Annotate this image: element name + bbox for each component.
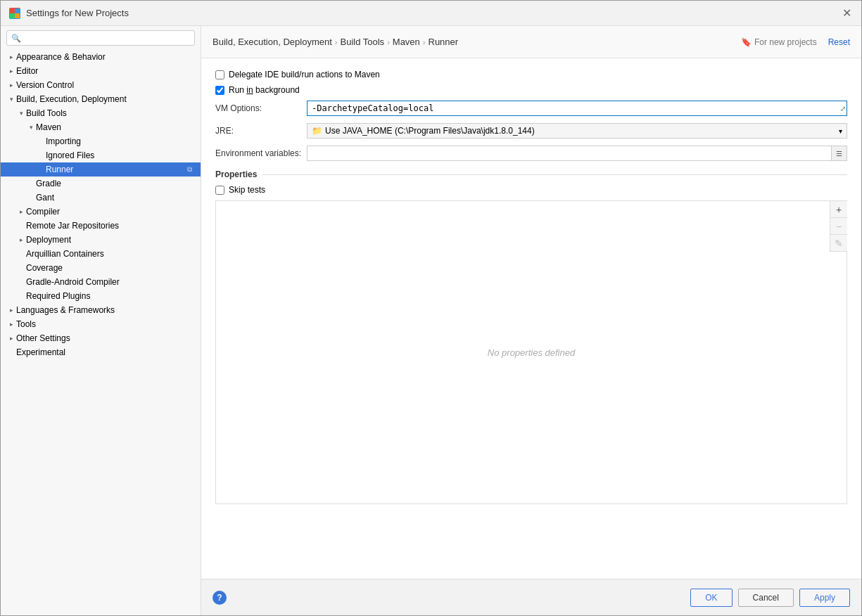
tree-arrow-gant [26,193,36,203]
tree-arrow-languages [6,305,16,315]
sidebar-item-build-execution-deployment[interactable]: Build, Execution, Deployment ⧉ [1,92,201,106]
breadcrumb-part-2: Build Tools [340,37,384,47]
jre-value: Use JAVA_HOME (C:\Program Files\Java\jdk… [325,126,535,136]
delegate-ide-label: Delegate IDE build/run actions to Maven [229,70,380,79]
env-variables-row: Environment variables: ☰ [215,146,847,161]
vm-options-wrapper: ⤢ [307,101,847,116]
close-button[interactable]: ✕ [840,7,853,20]
sidebar-item-gradle[interactable]: Gradle ⧉ [1,177,201,191]
tree-arrow-runner [36,165,46,174]
tree-arrow-remote-jar [16,221,26,231]
tree-arrow-other-settings [6,333,16,343]
sidebar-item-build-tools[interactable]: Build Tools ⧉ [1,106,201,120]
sidebar-item-experimental[interactable]: Experimental ⧉ [1,345,201,359]
section-divider [262,174,847,175]
sidebar-item-editor[interactable]: Editor ⧉ [1,64,201,78]
sidebar-item-gant[interactable]: Gant ⧉ [1,191,201,205]
run-background-row: Run in background [215,85,847,95]
sidebar-item-required-plugins[interactable]: Required Plugins ⧉ [1,289,201,303]
tree-arrow-build-tools [16,108,26,118]
search-icon: 🔍 [11,34,21,43]
add-property-button[interactable]: + [830,201,847,218]
env-variables-field: ☰ [307,146,847,161]
app-icon [9,8,20,19]
skip-tests-row: Skip tests [215,185,847,195]
expand-icon[interactable]: ⤢ [840,105,846,113]
panel-body: Delegate IDE build/run actions to Maven … [201,58,861,579]
properties-section-header: Properties [215,169,847,179]
breadcrumb-part-3: Maven [393,37,420,47]
dialog-buttons: OK Cancel Apply [690,589,850,607]
svg-rect-3 [15,13,20,18]
list-icon: ☰ [836,150,842,158]
for-new-projects-icon: 🔖 [741,37,752,47]
for-new-projects: 🔖 For new projects [741,37,817,47]
sidebar: 🔍 Appearance & Behavior ⧉ Editor ⧉ Versi… [1,26,201,615]
bottom-bar: ? OK Cancel Apply [201,579,861,615]
settings-window: Settings for New Projects ✕ 🔍 Appearance… [0,0,862,616]
tree-arrow-editor [6,66,16,76]
chevron-down-icon: ▾ [839,127,842,135]
tree-arrow-importing [36,136,46,146]
tree-arrow-gradle [26,179,36,188]
for-new-projects-label: For new projects [754,37,817,47]
no-properties-text: No properties defined [216,201,847,503]
run-background-checkbox[interactable] [215,86,224,95]
svg-rect-2 [10,13,15,18]
sidebar-item-compiler[interactable]: Compiler ⧉ [1,205,201,219]
sidebar-item-remote-jar-repos[interactable]: Remote Jar Repositories ⧉ [1,219,201,233]
sidebar-item-other-settings[interactable]: Other Settings ⧉ [1,331,201,345]
env-variables-button[interactable]: ☰ [832,146,847,161]
ok-button[interactable]: OK [690,589,732,607]
sidebar-item-importing[interactable]: Importing ⧉ [1,134,201,148]
tree-arrow-compiler [16,207,26,217]
jre-row: JRE: 📁 Use JAVA_HOME (C:\Program Files\J… [215,123,847,139]
delegate-ide-row: Delegate IDE build/run actions to Maven [215,70,847,79]
run-background-label: Run in background [229,85,300,95]
properties-toolbar: + − ✎ [830,201,847,252]
vm-options-label: VM Options: [215,103,307,113]
skip-tests-checkbox[interactable] [215,186,224,195]
right-panel: Build, Execution, Deployment › Build Too… [201,26,861,615]
sidebar-item-deployment[interactable]: Deployment ⧉ [1,233,201,247]
apply-button[interactable]: Apply [799,589,850,607]
panel-header-right: 🔖 For new projects Reset [741,37,850,47]
delegate-ide-checkbox[interactable] [215,70,224,79]
sidebar-item-maven[interactable]: Maven ⧉ [1,120,201,134]
sidebar-item-tools[interactable]: Tools ⧉ [1,317,201,331]
breadcrumb: Build, Execution, Deployment › Build Too… [213,37,458,47]
sidebar-item-runner[interactable]: Runner ⧉ [1,162,201,177]
tree-arrow-deployment [16,235,26,245]
sidebar-item-version-control[interactable]: Version Control ⧉ [1,78,201,92]
tree-arrow-ignored-files [36,150,46,160]
tree-arrow-coverage [16,263,26,273]
tree-arrow-version-control [6,80,16,90]
jre-label: JRE: [215,126,307,136]
vm-options-input[interactable] [307,101,847,116]
remove-property-button[interactable]: − [830,218,847,235]
breadcrumb-sep-1: › [335,38,338,46]
sidebar-item-gradle-android-compiler[interactable]: Gradle-Android Compiler ⧉ [1,275,201,289]
env-variables-input[interactable] [307,146,832,161]
sidebar-item-languages-frameworks[interactable]: Languages & Frameworks ⧉ [1,303,201,317]
tree-arrow-appearance [6,52,16,62]
reset-link[interactable]: Reset [828,37,850,47]
tree-arrow-build-execution [6,94,16,104]
help-button[interactable]: ? [213,591,227,605]
properties-area: No properties defined + − ✎ [215,200,847,504]
title-bar: Settings for New Projects ✕ [1,1,861,26]
edit-property-button[interactable]: ✎ [830,235,847,252]
tree-arrow-experimental [6,347,16,357]
window-title: Settings for New Projects [26,8,129,18]
cancel-button[interactable]: Cancel [738,589,794,607]
sidebar-item-ignored-files[interactable]: Ignored Files ⧉ [1,148,201,162]
svg-rect-1 [15,8,20,13]
jre-select[interactable]: 📁 Use JAVA_HOME (C:\Program Files\Java\j… [307,123,847,139]
sidebar-item-arquillian[interactable]: Arquillian Containers ⧉ [1,247,201,261]
breadcrumb-part-1: Build, Execution, Deployment [213,37,332,47]
sidebar-item-coverage[interactable]: Coverage ⧉ [1,261,201,275]
search-input[interactable] [24,33,190,43]
sidebar-item-appearance-behavior[interactable]: Appearance & Behavior ⧉ [1,50,201,64]
properties-label: Properties [215,169,257,179]
env-variables-label: Environment variables: [215,148,307,158]
